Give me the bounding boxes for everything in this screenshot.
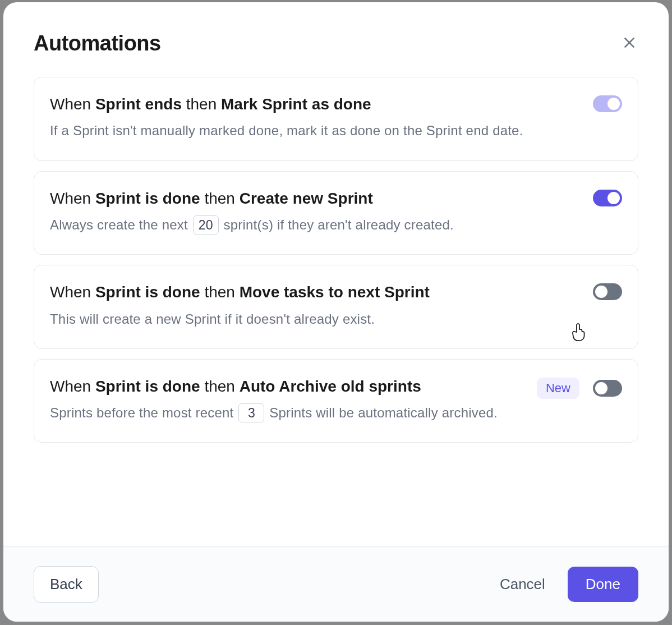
automation-move-tasks: When Sprint is done then Move tasks to n… (34, 265, 638, 349)
toggle-knob (607, 192, 620, 204)
automation-controls (593, 189, 622, 206)
automation-description: If a Sprint isn't manually marked done, … (50, 120, 582, 141)
automation-auto-archive: When Sprint is done then Auto Archive ol… (34, 359, 638, 443)
automation-description: Always create the next 20 sprint(s) if t… (50, 214, 582, 235)
toggle-knob (595, 286, 607, 298)
automation-title: When Sprint ends then Mark Sprint as don… (50, 94, 582, 114)
automations-modal: Automations When Sprint ends then Mark S… (3, 2, 669, 622)
done-button[interactable]: Done (568, 567, 638, 602)
toggle-auto-archive[interactable] (593, 380, 622, 397)
automation-content: When Sprint is done then Move tasks to n… (50, 282, 582, 329)
toggle-knob (595, 382, 607, 394)
toggle-knob (607, 98, 620, 110)
automation-mark-sprint-done: When Sprint ends then Mark Sprint as don… (34, 77, 638, 161)
sprint-count-input[interactable]: 20 (193, 215, 219, 235)
automation-title: When Sprint is done then Move tasks to n… (50, 282, 582, 302)
archive-count-input[interactable]: 3 (238, 403, 264, 422)
modal-body: When Sprint ends then Mark Sprint as don… (3, 67, 669, 546)
toggle-move-tasks[interactable] (593, 283, 622, 300)
automation-title: When Sprint is done then Auto Archive ol… (50, 376, 526, 397)
close-button[interactable] (620, 35, 638, 53)
modal-title: Automations (34, 31, 161, 56)
automation-controls (593, 94, 622, 112)
automation-create-new-sprint: When Sprint is done then Create new Spri… (34, 171, 638, 255)
automation-controls (593, 282, 622, 300)
automation-content: When Sprint is done then Create new Spri… (50, 189, 582, 236)
footer-right: Cancel Done (493, 567, 638, 602)
automation-title: When Sprint is done then Create new Spri… (50, 189, 582, 209)
modal-footer: Back Cancel Done (3, 546, 669, 622)
automation-description: Sprints before the most recent 3 Sprints… (50, 402, 526, 423)
modal-header: Automations (3, 2, 669, 67)
cancel-button[interactable]: Cancel (493, 567, 552, 602)
toggle-mark-sprint-done[interactable] (593, 95, 622, 112)
back-button[interactable]: Back (34, 566, 99, 603)
automation-description: This will create a new Sprint if it does… (50, 309, 582, 329)
toggle-create-new-sprint[interactable] (593, 190, 622, 206)
close-icon (622, 35, 637, 52)
automation-content: When Sprint ends then Mark Sprint as don… (50, 94, 582, 141)
automation-controls: New (537, 376, 622, 399)
automation-content: When Sprint is done then Auto Archive ol… (50, 376, 526, 424)
new-badge: New (537, 378, 579, 399)
